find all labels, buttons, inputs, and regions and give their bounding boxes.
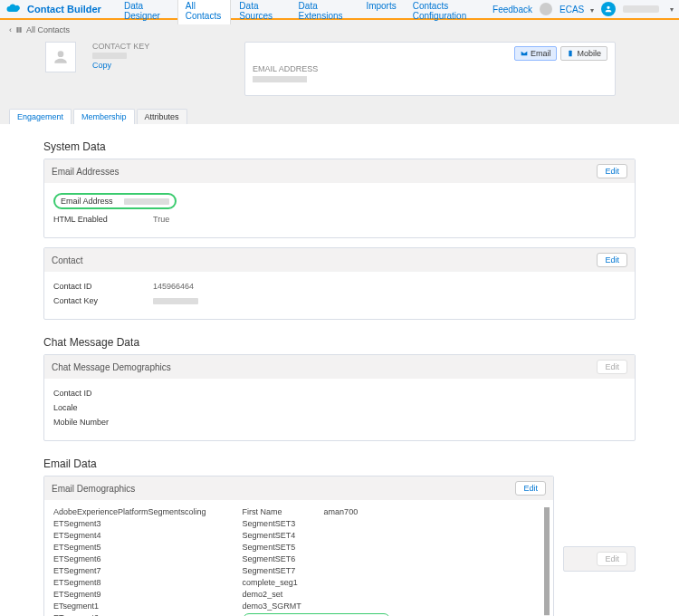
demo-right-2: SegmentSET4 <box>243 531 390 540</box>
demo-left-4: ETSegment6 <box>53 554 206 563</box>
demo-left-1: ETSegment3 <box>53 519 206 528</box>
subtab-engagement[interactable]: Engagement <box>9 109 72 124</box>
demo-left-7: ETSegment9 <box>53 590 206 599</box>
demo-left-2: ETSegment4 <box>53 531 206 540</box>
book-icon <box>15 26 23 34</box>
contact-key-block: CONTACT KEY Copy <box>92 42 149 70</box>
tab-contacts-config[interactable]: Contacts Configuration <box>405 0 493 24</box>
row-contact-id: Contact ID 145966464 <box>53 279 626 294</box>
tab-data-extensions[interactable]: Data Extensions <box>291 0 359 24</box>
envelope-icon <box>521 50 528 57</box>
contact-id-lbl: Contact ID <box>53 282 153 291</box>
subtab-attributes[interactable]: Attributes <box>137 109 187 124</box>
demo-right-4: SegmentSET6 <box>243 554 390 563</box>
demo-col-right: First Nameaman700 SegmentSET3 SegmentSET… <box>243 507 390 616</box>
channel-mobile-label: Mobile <box>577 49 601 58</box>
top-nav: Contact Builder Data Designer All Contac… <box>0 0 679 20</box>
side-edit-column: Edit <box>563 476 636 572</box>
chat-demo-heading: Chat Message Demographics <box>52 362 171 372</box>
scrollbar-thumb[interactable] <box>544 507 550 615</box>
email-address-lbl: Email Address <box>61 197 124 206</box>
chat-mobile-lbl: Mobile Number <box>53 418 153 427</box>
edit-contact-button[interactable]: Edit <box>597 253 627 267</box>
channel-mobile-button[interactable]: Mobile <box>560 46 607 61</box>
back-icon[interactable]: ‹ <box>9 25 12 34</box>
demo-right-1: SegmentSET3 <box>243 519 390 528</box>
subtab-membership[interactable]: Membership <box>73 109 135 124</box>
panel-body-email-addresses: Email Address HTML Enabled True <box>44 183 635 237</box>
demo-left-6: ETSegment8 <box>53 578 206 587</box>
mobile-icon <box>567 50 574 57</box>
panel-head-email-demo: Email Demographics Edit <box>44 476 553 500</box>
panel-body-contact: Contact ID 145966464 Contact Key <box>44 272 635 319</box>
panel-email-demo: Email Demographics Edit AdobeExperienceP… <box>43 476 554 616</box>
extra-edit-button[interactable]: Edit <box>597 552 627 566</box>
contact-heading: Contact <box>52 255 82 265</box>
profile-avatar <box>45 42 76 72</box>
tab-all-contacts[interactable]: All Contacts <box>177 0 232 24</box>
chevron-down-icon: ▾ <box>590 6 594 14</box>
org-switcher[interactable]: ECAS ▾ <box>559 5 594 14</box>
nav-right: Feedback ECAS ▾ ▾ <box>493 2 674 16</box>
tab-data-designer[interactable]: Data Designer <box>116 0 177 24</box>
nav-tabs: Data Designer All Contacts Data Sources … <box>116 0 493 24</box>
contact-id-val: 145966464 <box>153 282 194 291</box>
email-addresses-heading: Email Addresses <box>52 167 119 177</box>
email-demo-heading: Email Demographics <box>52 484 135 494</box>
demo-left-3: ETSegment5 <box>53 543 206 552</box>
salesforce-cloud-icon <box>5 4 22 14</box>
email-address-highlight: Email Address <box>53 193 177 209</box>
extra-edit-panel: Edit <box>563 546 636 572</box>
breadcrumb-label[interactable]: All Contacts <box>26 25 70 34</box>
demo-right-5: SegmentSET7 <box>243 566 390 575</box>
demo-columns: AdobeExperiencePlatformSegmentscoling ET… <box>53 507 544 616</box>
chat-contact-id-lbl: Contact ID <box>53 389 153 398</box>
tab-data-sources[interactable]: Data Sources <box>231 0 290 24</box>
contact-key-redacted <box>153 298 198 304</box>
channel-card: Email Mobile EMAIL ADDRESS <box>244 42 616 96</box>
tab-imports[interactable]: Imports <box>358 0 404 24</box>
demo-right-8: demo3_SGRMT <box>243 602 390 611</box>
section-email-title: Email Data <box>43 457 636 470</box>
contact-key-lbl: Contact Key <box>53 296 153 305</box>
row-chat-contact-id: Contact ID <box>53 386 626 400</box>
content: System Data Email Addresses Edit Email A… <box>0 124 679 616</box>
html-enabled-val: True <box>153 215 169 224</box>
demo-left-8: ETsegment1 <box>53 602 206 611</box>
edit-email-addresses-button[interactable]: Edit <box>597 164 627 178</box>
panel-chat-demo: Chat Message Demographics Edit Contact I… <box>43 354 636 441</box>
row-chat-locale: Locale <box>53 400 626 415</box>
panel-email-addresses: Email Addresses Edit Email Address HTML … <box>43 159 636 238</box>
demo-right-3: SegmentSET5 <box>243 543 390 552</box>
feedback-avatar-icon <box>540 3 552 15</box>
section-system-data-title: System Data <box>43 140 636 153</box>
user-menu-chevron-icon[interactable]: ▾ <box>670 5 674 14</box>
row-email-address: Email Address <box>53 190 626 212</box>
contact-key-value-redacted <box>92 53 127 59</box>
email-address-label: EMAIL ADDRESS <box>253 64 607 73</box>
channel-email-button[interactable]: Email <box>514 46 558 61</box>
svg-rect-0 <box>569 51 572 57</box>
header-main: CONTACT KEY Copy Email Mobile EMAIL ADDR… <box>9 38 670 103</box>
demo-right-0: First Nameaman700 <box>243 507 390 516</box>
demo-right-7: demo2_set <box>243 590 390 599</box>
email-address-value-redacted <box>124 198 169 205</box>
chat-locale-lbl: Locale <box>53 403 153 412</box>
person-icon <box>52 48 70 66</box>
email-address-value-redacted <box>253 76 307 82</box>
feedback-link[interactable]: Feedback <box>493 5 532 14</box>
demo-right-0-val: aman700 <box>324 507 359 516</box>
edit-email-demo-button[interactable]: Edit <box>515 481 546 496</box>
copy-link[interactable]: Copy <box>92 61 149 70</box>
edit-chat-demo-button[interactable]: Edit <box>597 360 627 374</box>
demo-left-0: AdobeExperiencePlatformSegmentscoling <box>53 507 206 516</box>
panel-body-chat-demo: Contact ID Locale Mobile Number <box>44 379 635 440</box>
subtabs: Engagement Membership Attributes <box>9 109 670 124</box>
demo-right-6: complete_seg1 <box>243 578 390 587</box>
scrollbar-track[interactable] <box>544 507 550 616</box>
panel-contact: Contact Edit Contact ID 145966464 Contac… <box>43 247 636 320</box>
section-chat-title: Chat Message Data <box>43 336 636 349</box>
panel-head-email-addresses: Email Addresses Edit <box>44 159 635 183</box>
contact-header: ‹ All Contacts CONTACT KEY Copy Email Mo… <box>0 20 679 124</box>
user-avatar-icon[interactable] <box>601 2 616 16</box>
